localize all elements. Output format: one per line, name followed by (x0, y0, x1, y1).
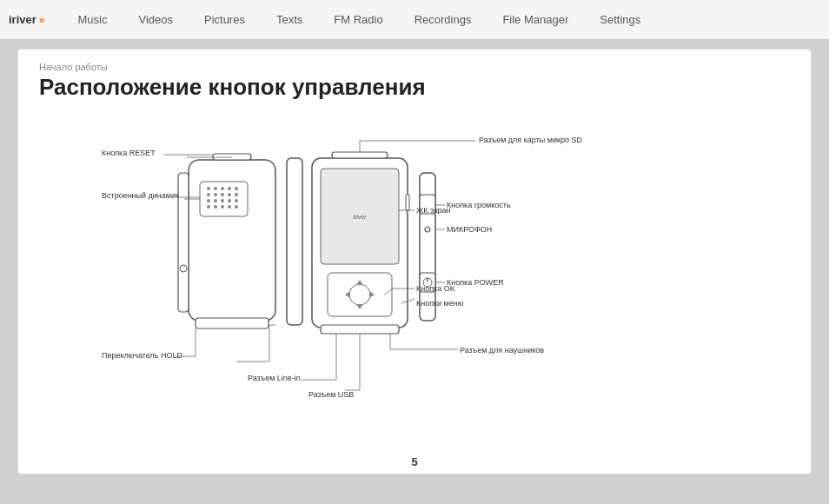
svg-point-8 (214, 193, 217, 196)
svg-text:Кнопка RESET: Кнопка RESET (102, 149, 156, 157)
svg-rect-24 (196, 318, 269, 328)
device-diagram: iriver (84, 125, 745, 421)
nav-brand[interactable]: iriver » (9, 13, 45, 26)
page-subtitle: Начало работы (39, 62, 790, 72)
nav-fmradio[interactable]: FM Radio (318, 0, 398, 40)
nav-videos[interactable]: Videos (123, 0, 189, 40)
svg-point-12 (207, 199, 210, 202)
svg-text:Разъем для наушников: Разъем для наушников (460, 346, 544, 355)
svg-point-4 (221, 187, 224, 190)
svg-text:Кнопки меню: Кнопки меню (416, 299, 464, 308)
nav-items: Music Videos Pictures Texts FM Radio Rec… (63, 0, 821, 40)
nav-filemanager[interactable]: File Manager (487, 0, 584, 40)
svg-point-9 (221, 193, 224, 196)
svg-rect-38 (406, 195, 409, 210)
svg-text:Встроенный динамик: Встроенный динамик (102, 191, 179, 200)
svg-point-14 (221, 199, 224, 202)
svg-rect-36 (321, 325, 399, 334)
svg-point-41 (425, 227, 430, 232)
svg-point-16 (235, 199, 238, 202)
page-title: Расположение кнопок управления (39, 74, 790, 101)
svg-point-13 (214, 199, 217, 202)
svg-text:Переключатель HOLD: Переключатель HOLD (102, 351, 182, 360)
nav-recordings[interactable]: Recordings (399, 0, 487, 40)
svg-text:iriver: iriver (353, 214, 367, 220)
svg-point-23 (180, 265, 187, 272)
svg-text:Разъем USB: Разъем USB (308, 390, 354, 399)
page-header: Начало работы Расположение кнопок управл… (18, 50, 811, 108)
svg-rect-37 (332, 152, 388, 158)
svg-point-5 (228, 187, 231, 190)
svg-text:Разъем Line-in: Разъем Line-in (248, 374, 301, 382)
svg-rect-0 (189, 160, 275, 321)
svg-point-15 (228, 199, 231, 202)
svg-text:ЖК экран: ЖК экран (416, 206, 451, 215)
navbar: iriver » Music Videos Pictures Texts FM … (0, 0, 829, 40)
page-number: 5 (411, 455, 417, 468)
nav-settings[interactable]: Settings (584, 0, 656, 40)
nav-music[interactable]: Music (63, 0, 123, 40)
svg-point-10 (228, 193, 231, 196)
svg-rect-22 (178, 173, 189, 312)
svg-text:Кнопка громкость: Кнопка громкость (447, 201, 511, 209)
svg-text:Кнопка POWER: Кнопка POWER (447, 278, 504, 287)
svg-point-31 (349, 284, 370, 305)
diagram-area: iriver (18, 108, 811, 438)
nav-pictures[interactable]: Pictures (189, 0, 261, 40)
brand-name: iriver (9, 13, 36, 26)
svg-rect-25 (213, 154, 251, 160)
svg-text:МИКРОФОН: МИКРОФОН (447, 225, 492, 234)
svg-point-17 (207, 205, 210, 209)
svg-point-3 (214, 187, 217, 190)
svg-point-7 (207, 193, 210, 196)
svg-point-6 (235, 187, 238, 190)
brand-arrows: » (39, 14, 45, 26)
svg-point-18 (214, 205, 217, 209)
svg-point-20 (228, 205, 231, 209)
svg-point-21 (235, 205, 238, 209)
svg-point-19 (221, 205, 224, 209)
svg-text:Разъем для карты микро SD: Разъем для карты микро SD (479, 136, 582, 144)
svg-rect-26 (287, 158, 302, 325)
svg-point-11 (235, 193, 238, 196)
content-area: Начало работы Расположение кнопок управл… (17, 49, 812, 474)
svg-point-2 (207, 187, 210, 190)
nav-texts[interactable]: Texts (261, 0, 318, 40)
